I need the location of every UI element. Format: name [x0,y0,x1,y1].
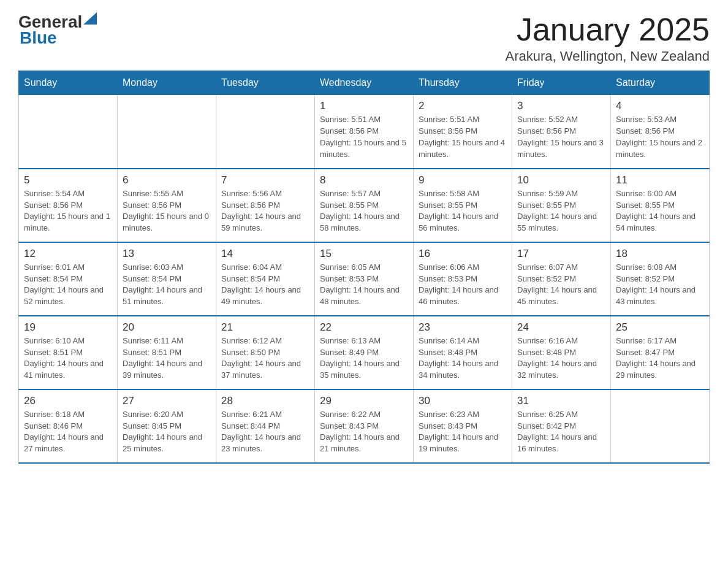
day-cell: 11Sunrise: 6:00 AM Sunset: 8:55 PM Dayli… [611,169,710,242]
day-info: Sunrise: 6:10 AM Sunset: 8:51 PM Dayligh… [24,335,112,381]
col-wednesday: Wednesday [315,71,414,95]
day-cell: 7Sunrise: 5:56 AM Sunset: 8:56 PM Daylig… [216,169,315,242]
day-cell [216,95,315,169]
day-cell: 29Sunrise: 6:22 AM Sunset: 8:43 PM Dayli… [315,389,414,463]
day-number: 29 [320,395,408,407]
day-info: Sunrise: 6:11 AM Sunset: 8:51 PM Dayligh… [123,335,211,381]
day-number: 30 [419,395,507,407]
day-number: 15 [320,248,408,260]
col-friday: Friday [512,71,611,95]
day-number: 17 [517,248,605,260]
day-info: Sunrise: 6:18 AM Sunset: 8:46 PM Dayligh… [24,409,112,455]
day-number: 5 [24,174,112,186]
day-cell: 18Sunrise: 6:08 AM Sunset: 8:52 PM Dayli… [611,242,710,316]
day-number: 28 [221,395,309,407]
day-cell: 13Sunrise: 6:03 AM Sunset: 8:54 PM Dayli… [118,242,216,316]
day-cell: 20Sunrise: 6:11 AM Sunset: 8:51 PM Dayli… [118,316,216,389]
day-info: Sunrise: 6:13 AM Sunset: 8:49 PM Dayligh… [320,335,408,381]
day-info: Sunrise: 6:05 AM Sunset: 8:53 PM Dayligh… [320,262,408,308]
day-number: 3 [517,100,605,112]
day-cell: 8Sunrise: 5:57 AM Sunset: 8:55 PM Daylig… [315,169,414,242]
day-cell [611,389,710,463]
day-cell: 16Sunrise: 6:06 AM Sunset: 8:53 PM Dayli… [414,242,512,316]
day-cell: 12Sunrise: 6:01 AM Sunset: 8:54 PM Dayli… [19,242,118,316]
day-info: Sunrise: 5:55 AM Sunset: 8:56 PM Dayligh… [123,188,211,234]
day-cell [118,95,216,169]
day-number: 1 [320,100,408,112]
calendar-header: Sunday Monday Tuesday Wednesday Thursday… [19,71,710,95]
day-cell: 28Sunrise: 6:21 AM Sunset: 8:44 PM Dayli… [216,389,315,463]
day-cell: 30Sunrise: 6:23 AM Sunset: 8:43 PM Dayli… [414,389,512,463]
col-monday: Monday [118,71,216,95]
subtitle: Arakura, Wellington, New Zealand [506,48,710,64]
week-row-2: 12Sunrise: 6:01 AM Sunset: 8:54 PM Dayli… [19,242,710,316]
day-cell: 3Sunrise: 5:52 AM Sunset: 8:56 PM Daylig… [512,95,611,169]
page-header: General Blue January 2025 Arakura, Welli… [18,12,710,64]
day-info: Sunrise: 5:58 AM Sunset: 8:55 PM Dayligh… [419,188,507,234]
day-number: 14 [221,248,309,260]
day-number: 11 [616,174,704,186]
day-number: 7 [221,174,309,186]
calendar-body: 1Sunrise: 5:51 AM Sunset: 8:56 PM Daylig… [19,95,710,463]
day-number: 20 [123,321,211,334]
day-cell: 19Sunrise: 6:10 AM Sunset: 8:51 PM Dayli… [19,316,118,389]
day-info: Sunrise: 5:57 AM Sunset: 8:55 PM Dayligh… [320,188,408,234]
day-info: Sunrise: 6:07 AM Sunset: 8:52 PM Dayligh… [517,262,605,308]
day-cell: 9Sunrise: 5:58 AM Sunset: 8:55 PM Daylig… [414,169,512,242]
day-number: 10 [517,174,605,186]
day-cell: 26Sunrise: 6:18 AM Sunset: 8:46 PM Dayli… [19,389,118,463]
day-info: Sunrise: 6:21 AM Sunset: 8:44 PM Dayligh… [221,409,309,455]
day-info: Sunrise: 6:04 AM Sunset: 8:54 PM Dayligh… [221,262,309,308]
page-title: January 2025 [506,12,710,47]
day-info: Sunrise: 5:51 AM Sunset: 8:56 PM Dayligh… [320,114,408,160]
day-cell: 6Sunrise: 5:55 AM Sunset: 8:56 PM Daylig… [118,169,216,242]
week-row-3: 19Sunrise: 6:10 AM Sunset: 8:51 PM Dayli… [19,316,710,389]
day-number: 9 [419,174,507,186]
day-number: 27 [123,395,211,407]
week-row-0: 1Sunrise: 5:51 AM Sunset: 8:56 PM Daylig… [19,95,710,169]
day-info: Sunrise: 5:52 AM Sunset: 8:56 PM Dayligh… [517,114,605,160]
day-cell: 22Sunrise: 6:13 AM Sunset: 8:49 PM Dayli… [315,316,414,389]
day-info: Sunrise: 6:25 AM Sunset: 8:42 PM Dayligh… [517,409,605,455]
day-info: Sunrise: 6:14 AM Sunset: 8:48 PM Dayligh… [419,335,507,381]
day-info: Sunrise: 5:53 AM Sunset: 8:56 PM Dayligh… [616,114,704,160]
title-block: January 2025 Arakura, Wellington, New Ze… [506,12,710,64]
day-number: 31 [517,395,605,407]
day-number: 16 [419,248,507,260]
day-number: 6 [123,174,211,186]
day-cell: 25Sunrise: 6:17 AM Sunset: 8:47 PM Dayli… [611,316,710,389]
day-number: 25 [616,321,704,334]
day-cell: 27Sunrise: 6:20 AM Sunset: 8:45 PM Dayli… [118,389,216,463]
day-cell: 2Sunrise: 5:51 AM Sunset: 8:56 PM Daylig… [414,95,512,169]
day-number: 18 [616,248,704,260]
day-info: Sunrise: 6:01 AM Sunset: 8:54 PM Dayligh… [24,262,112,308]
day-cell: 4Sunrise: 5:53 AM Sunset: 8:56 PM Daylig… [611,95,710,169]
day-info: Sunrise: 6:03 AM Sunset: 8:54 PM Dayligh… [123,262,211,308]
day-info: Sunrise: 6:17 AM Sunset: 8:47 PM Dayligh… [616,335,704,381]
logo-icon [83,12,97,26]
day-info: Sunrise: 6:12 AM Sunset: 8:50 PM Dayligh… [221,335,309,381]
day-number: 23 [419,321,507,334]
day-number: 26 [24,395,112,407]
day-info: Sunrise: 5:59 AM Sunset: 8:55 PM Dayligh… [517,188,605,234]
day-number: 13 [123,248,211,260]
day-number: 12 [24,248,112,260]
day-cell: 21Sunrise: 6:12 AM Sunset: 8:50 PM Dayli… [216,316,315,389]
day-number: 21 [221,321,309,334]
day-number: 4 [616,100,704,112]
day-info: Sunrise: 6:20 AM Sunset: 8:45 PM Dayligh… [123,409,211,455]
day-cell: 31Sunrise: 6:25 AM Sunset: 8:42 PM Dayli… [512,389,611,463]
week-row-4: 26Sunrise: 6:18 AM Sunset: 8:46 PM Dayli… [19,389,710,463]
day-cell: 10Sunrise: 5:59 AM Sunset: 8:55 PM Dayli… [512,169,611,242]
day-number: 22 [320,321,408,334]
calendar-table: Sunday Monday Tuesday Wednesday Thursday… [18,71,710,464]
day-info: Sunrise: 6:08 AM Sunset: 8:52 PM Dayligh… [616,262,704,308]
day-info: Sunrise: 6:06 AM Sunset: 8:53 PM Dayligh… [419,262,507,308]
day-cell: 1Sunrise: 5:51 AM Sunset: 8:56 PM Daylig… [315,95,414,169]
col-thursday: Thursday [414,71,512,95]
day-cell: 5Sunrise: 5:54 AM Sunset: 8:56 PM Daylig… [19,169,118,242]
day-cell: 14Sunrise: 6:04 AM Sunset: 8:54 PM Dayli… [216,242,315,316]
day-cell: 24Sunrise: 6:16 AM Sunset: 8:48 PM Dayli… [512,316,611,389]
day-number: 24 [517,321,605,334]
logo: General Blue [18,12,97,48]
